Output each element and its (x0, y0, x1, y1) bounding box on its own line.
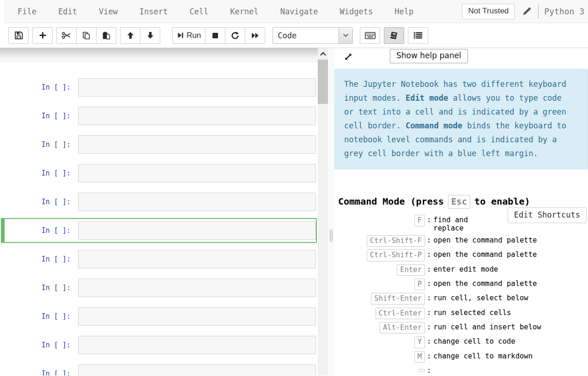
cut-cell-button[interactable] (56, 27, 77, 44)
cell-input-area[interactable] (78, 193, 316, 211)
scrollbar-up-arrow[interactable] (318, 48, 328, 59)
help-panel-toggle-button[interactable] (384, 27, 404, 44)
cell-input-area[interactable] (78, 336, 316, 354)
mode-info-box: The Jupyter Notebook has two different k… (334, 69, 588, 170)
arrow-up-icon (127, 31, 134, 39)
shortcut-list: Edit Shortcuts F:find and replace Ctrl-S… (334, 215, 588, 375)
cell-input-prompt: In [ ]: (4, 250, 78, 268)
notebook-cell[interactable]: In [ ]: (1, 304, 317, 329)
restart-run-all-button[interactable] (245, 27, 265, 44)
notebook-cell[interactable]: In [ ]: (1, 218, 317, 243)
cell-input-prompt: In [ ]: (4, 221, 78, 240)
shortcut-key: M (414, 351, 425, 363)
paste-cell-button[interactable] (96, 27, 116, 44)
shortcut-description: open the command palette (433, 249, 537, 259)
cell-input-prompt: In [ ]: (4, 135, 78, 154)
table-of-contents-button[interactable] (408, 27, 428, 44)
save-icon (14, 31, 23, 40)
cell-input-prompt: In [ ]: (4, 107, 78, 125)
restart-kernel-button[interactable] (225, 27, 245, 44)
help-panel-header: Show help panel (334, 48, 588, 69)
shortcut-description: run cell, select below (433, 293, 528, 302)
notebook-cell[interactable]: In [ ]: (1, 247, 317, 272)
menu-item[interactable]: View (99, 7, 118, 16)
info-text-segment: Command mode (406, 121, 462, 130)
shortcut-key: Ctrl-Enter (376, 308, 425, 319)
cell-input-prompt: In [ ]: (4, 78, 78, 97)
copy-cell-button[interactable] (76, 27, 97, 44)
shortcut-colon: : (427, 336, 431, 346)
cell-input-area[interactable] (78, 250, 316, 268)
shortcut-colon: : (427, 293, 431, 302)
notebook-cell[interactable]: In [ ]: (1, 103, 317, 128)
divider-handle-icon[interactable] (330, 230, 333, 242)
shortcut-colon: : (427, 215, 431, 224)
save-button[interactable] (8, 27, 29, 44)
notebook-cell[interactable]: In [ ]: (1, 189, 317, 214)
move-cell-up-button[interactable] (120, 27, 140, 44)
interrupt-kernel-button[interactable] (205, 27, 225, 44)
notebook-panel: In [ ]: In [ ]: In [ ]: In [ ]: (0, 48, 318, 376)
shortcut-colon: : (427, 365, 431, 375)
cell-input-area[interactable] (78, 279, 316, 297)
arrow-down-icon (146, 31, 154, 39)
shortcut-key (418, 369, 425, 372)
shortcut-description: run cell and insert below (433, 322, 541, 331)
shortcut-key: Alt-Enter (380, 322, 425, 334)
copy-icon (82, 31, 91, 40)
shortcut-colon: : (427, 249, 431, 259)
move-cell-down-button[interactable] (140, 27, 160, 44)
insert-cell-button[interactable] (32, 27, 53, 44)
shortcut-key-column (334, 365, 425, 374)
keyboard-icon (365, 32, 376, 39)
expand-panel-button[interactable] (344, 52, 353, 61)
shortcut-description: find and replace (433, 215, 485, 232)
shortcut-row: P:open the command palette (334, 279, 588, 290)
shortcut-colon: : (427, 308, 431, 317)
menu-item[interactable]: Widgets (340, 7, 373, 16)
shortcut-key-column: Ctrl-Shift-P (334, 249, 425, 261)
plus-icon (39, 31, 47, 39)
menu-item[interactable]: Insert (139, 7, 168, 16)
cell-input-area[interactable] (78, 307, 316, 326)
show-help-panel-tooltip: Show help panel (390, 49, 468, 63)
menu-item[interactable]: Edit (58, 7, 77, 16)
menu-item[interactable]: Navigate (280, 7, 318, 16)
run-cell-button[interactable]: Run (172, 27, 206, 44)
notebook-cell[interactable]: In [ ]: (1, 275, 317, 300)
menu-item[interactable]: File (18, 7, 36, 16)
cell-input-prompt: In [ ]: (4, 193, 78, 211)
notebook-cell[interactable]: In [ ]: (1, 161, 317, 186)
fast-forward-icon (251, 32, 260, 39)
notebook-cell[interactable]: In [ ]: (1, 333, 317, 358)
menu-item[interactable]: Kernel (230, 7, 258, 16)
notebook-cell[interactable]: In [ ]: (1, 75, 317, 100)
shortcut-key-column: Shift-Enter (334, 293, 425, 304)
cell-type-select[interactable]: Code (273, 27, 353, 44)
shortcut-description: open the command palette (433, 235, 537, 244)
cell-input-area[interactable] (78, 221, 316, 240)
menu-item[interactable]: Help (394, 7, 413, 16)
shortcut-key-column: P (334, 279, 425, 290)
shortcut-row: Ctrl-Shift-F:open the command palette (334, 235, 588, 247)
menu-item[interactable]: Cell (189, 7, 208, 16)
panel-divider[interactable] (328, 48, 334, 376)
cell-input-area[interactable] (78, 107, 316, 125)
cell-list: In [ ]: In [ ]: In [ ]: In [ ]: (0, 62, 318, 376)
scrollbar-thumb[interactable] (318, 60, 328, 104)
cell-input-area[interactable] (78, 364, 316, 376)
shortcut-key: Y (414, 336, 425, 348)
not-trusted-button[interactable]: Not Trusted (462, 4, 515, 19)
cell-input-area[interactable] (78, 135, 316, 154)
cell-input-area[interactable] (78, 78, 316, 97)
cell-type-value: Code (273, 28, 339, 43)
notebook-cell[interactable]: In [ ]: (1, 132, 317, 157)
notebook-cell[interactable]: In [ ]: (1, 361, 317, 376)
run-button-label: Run (187, 31, 201, 40)
cell-input-area[interactable] (78, 164, 316, 182)
command-palette-button[interactable] (360, 27, 380, 44)
shortcut-description: run selected cells (433, 308, 511, 317)
shortcut-key-column: F (334, 215, 425, 226)
notebook-scrollbar[interactable] (318, 48, 328, 376)
edit-shortcuts-button[interactable]: Edit Shortcuts (508, 207, 587, 223)
